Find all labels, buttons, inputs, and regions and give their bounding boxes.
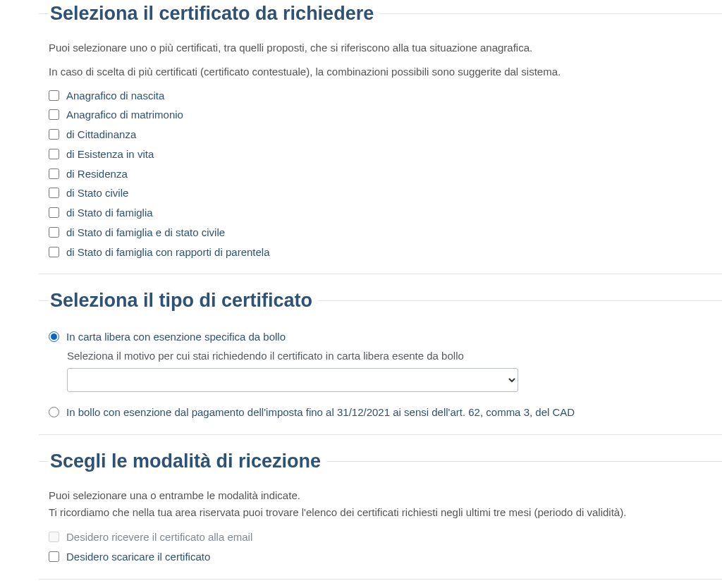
checkbox-label[interactable]: Anagrafico di nascita (66, 88, 164, 104)
checkbox-label[interactable]: di Stato di famiglia con rapporti di par… (66, 245, 270, 260)
section1-intro: Puoi selezionare uno o più certificati, … (49, 40, 712, 80)
radio-carta-libera[interactable] (49, 331, 59, 342)
radio-label[interactable]: In carta libera con esenzione specifica … (66, 329, 286, 345)
checkbox-stato-famiglia-parentela[interactable] (49, 247, 59, 257)
checkbox-cittadinanza[interactable] (49, 129, 59, 140)
checkbox-stato-civile[interactable] (49, 188, 59, 198)
checkbox-label[interactable]: di Cittadinanza (66, 127, 136, 142)
checkbox-stato-famiglia[interactable] (49, 207, 59, 218)
checkbox-anagrafico-matrimonio[interactable] (49, 109, 59, 120)
checkbox-stato-famiglia-civile[interactable] (49, 227, 59, 238)
checkbox-label[interactable]: di Residenza (66, 166, 128, 182)
type-radio-list: In carta libera con esenzione specifica … (49, 329, 712, 420)
checkbox-label[interactable]: di Stato di famiglia (66, 205, 153, 221)
checkbox-label[interactable]: Anagrafico di matrimonio (66, 107, 183, 123)
radio-in-bollo[interactable] (49, 407, 59, 417)
checkbox-label[interactable]: di Esistenza in vita (66, 147, 154, 162)
checkbox-anagrafico-nascita[interactable] (49, 90, 59, 101)
section3-intro-line2: Ti ricordiamo che nella tua area riserva… (49, 505, 712, 520)
section3-intro-line1: Puoi selezionare una o entrambe le modal… (49, 488, 712, 503)
checkbox-label[interactable]: di Stato civile (66, 185, 128, 201)
checkbox-email-delivery (49, 532, 59, 542)
checkbox-label: Desidero ricevere il certificato alla em… (66, 529, 252, 545)
section-delivery-legend: Scegli le modalità di ricezione (49, 448, 326, 475)
checkbox-residenza[interactable] (49, 169, 59, 179)
radio-carta-libera-subtext: Seleziona il motivo per cui stai richied… (67, 348, 712, 364)
section-select-certificate-legend: Seleziona il certificato da richiedere (49, 0, 379, 27)
checkbox-download-delivery[interactable] (49, 551, 59, 562)
radio-label[interactable]: In bollo con esenzione dal pagamento del… (66, 405, 575, 420)
checkbox-esistenza-vita[interactable] (49, 149, 59, 159)
checkbox-label[interactable]: di Stato di famiglia e di stato civile (66, 225, 225, 240)
checkbox-label[interactable]: Desidero scaricare il certificato (66, 549, 210, 565)
delivery-checkbox-list: Desidero ricevere il certificato alla em… (49, 529, 712, 565)
section-select-certificate: Seleziona il certificato da richiedere P… (39, 0, 722, 274)
section-delivery: Scegli le modalità di ricezione Puoi sel… (39, 448, 722, 580)
section3-intro: Puoi selezionare una o entrambe le modal… (49, 488, 712, 520)
motivo-select[interactable] (67, 368, 518, 392)
certificate-checkbox-list: Anagrafico di nascita Anagrafico di matr… (49, 88, 712, 260)
section-select-type-legend: Seleziona il tipo di certificato (49, 287, 318, 314)
section1-intro-line1: Puoi selezionare uno o più certificati, … (49, 40, 712, 56)
section1-intro-line2: In caso di scelta di più certificati (ce… (49, 64, 712, 80)
section-select-type: Seleziona il tipo di certificato In cart… (39, 287, 722, 434)
